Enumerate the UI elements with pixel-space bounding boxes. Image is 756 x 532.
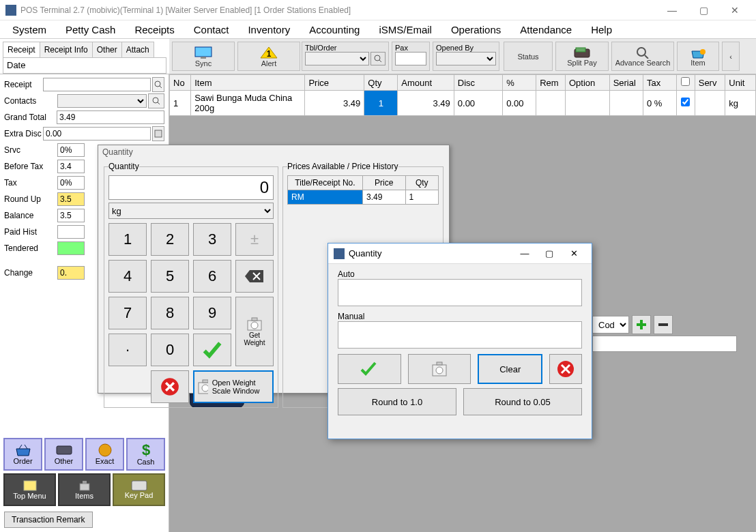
minus-button[interactable] — [654, 315, 673, 334]
usb-icon — [77, 479, 92, 492]
key-plusminus[interactable]: ± — [235, 223, 274, 256]
menu-system[interactable]: System — [3, 22, 56, 38]
tab-receipt[interactable]: Receipt — [3, 42, 40, 57]
split-pay-button[interactable]: Split Pay — [555, 42, 609, 71]
opened-by-select[interactable] — [436, 52, 496, 65]
qty2-weigh-button[interactable] — [408, 354, 471, 384]
key-dot[interactable]: · — [108, 334, 147, 366]
tbl-order-search-button[interactable] — [370, 52, 386, 65]
items-button[interactable]: Items — [58, 473, 111, 506]
grid-check-all[interactable] — [681, 77, 690, 86]
contacts-search-button[interactable] — [148, 93, 164, 108]
price-row[interactable]: RM3.491 — [288, 190, 439, 205]
svg-line-14 — [158, 102, 160, 104]
top-menu-button[interactable]: Top Menu — [3, 473, 56, 506]
transaction-remark-button[interactable]: Transaction Remark — [4, 512, 93, 528]
svg-point-24 — [251, 322, 258, 329]
qty2-minimize[interactable]: — — [512, 248, 537, 258]
paid-hist-input[interactable] — [57, 225, 85, 239]
date-label: Date — [7, 60, 25, 70]
tbl-order-select[interactable] — [305, 52, 369, 65]
tab-attach[interactable]: Attach — [121, 42, 154, 57]
keyboard-icon — [131, 480, 147, 491]
plus-button[interactable] — [632, 315, 651, 334]
key-5[interactable]: 5 — [151, 260, 189, 293]
status-button[interactable]: Status — [504, 42, 553, 71]
close-button[interactable]: ✕ — [719, 0, 751, 20]
menu-receipts[interactable]: Receipts — [125, 22, 184, 38]
menu-help[interactable]: Help — [581, 22, 622, 38]
extra-disc-input[interactable] — [43, 127, 151, 141]
peek-input[interactable] — [592, 336, 737, 352]
manual-input[interactable] — [338, 321, 582, 349]
minimize-button[interactable]: — — [656, 0, 688, 20]
key-0[interactable]: 0 — [151, 334, 189, 366]
items-grid[interactable]: No Item Price Qty Amount Disc % Rem Opti… — [169, 74, 756, 116]
key-confirm[interactable] — [193, 334, 231, 366]
menu-petty-cash[interactable]: Petty Cash — [56, 22, 125, 38]
grand-total-input[interactable] — [57, 110, 164, 124]
key-3[interactable]: 3 — [193, 223, 231, 256]
contacts-select[interactable] — [57, 94, 147, 108]
cod-select[interactable]: Cod — [592, 316, 629, 334]
qty2-confirm-button[interactable] — [338, 354, 401, 384]
other-button[interactable]: Other — [44, 438, 83, 471]
key-6[interactable]: 6 — [193, 260, 231, 293]
exact-button[interactable]: Exact — [85, 438, 124, 471]
tab-receipt-info[interactable]: Receipt Info — [40, 42, 93, 57]
qty2-close[interactable]: ✕ — [562, 248, 586, 258]
grid-qty-cell[interactable]: 1 — [364, 91, 398, 116]
backspace-icon — [244, 269, 265, 284]
price-table[interactable]: Title/Receipt No.PriceQty RM3.491 — [287, 175, 439, 205]
tab-other[interactable]: Other — [92, 42, 122, 57]
advance-search-button[interactable]: Advance Search — [611, 42, 674, 71]
svg-rect-20 — [80, 484, 89, 490]
menu-isms-email[interactable]: iSMS/Email — [369, 22, 441, 38]
alert-button[interactable]: 1 Alert — [237, 42, 300, 71]
change-input[interactable] — [57, 266, 85, 280]
key-1[interactable]: 1 — [108, 223, 147, 256]
menu-operations[interactable]: Operations — [441, 22, 510, 38]
menu-accounting[interactable]: Accounting — [300, 22, 369, 38]
tendered-input[interactable] — [57, 241, 85, 255]
sync-button[interactable]: Sync — [172, 42, 235, 71]
round-005-button[interactable]: Round to 0.05 — [463, 388, 582, 415]
keypad-button[interactable]: Key Pad — [113, 473, 165, 506]
receipt-search-button[interactable] — [152, 77, 164, 92]
cash-button[interactable]: $Cash — [126, 438, 165, 471]
calc-button[interactable] — [152, 126, 164, 141]
qty-display[interactable] — [108, 175, 274, 200]
receipt-input[interactable] — [43, 78, 151, 91]
key-7[interactable]: 7 — [108, 297, 147, 329]
tax-input[interactable] — [57, 176, 85, 190]
grid-row[interactable]: 1 Sawi Bunga Muda China 200g 3.49 1 3.49… — [170, 91, 756, 116]
qty2-maximize[interactable]: ▢ — [537, 248, 562, 258]
key-backspace[interactable] — [235, 260, 274, 293]
srvc-input[interactable] — [57, 143, 85, 157]
key-4[interactable]: 4 — [108, 260, 147, 293]
change-label: Change — [4, 268, 57, 278]
order-button[interactable]: Order — [3, 438, 42, 471]
maximize-button[interactable]: ▢ — [688, 0, 719, 20]
key-cancel[interactable] — [151, 370, 189, 403]
before-tax-input[interactable] — [57, 160, 85, 173]
round-up-input[interactable] — [57, 192, 85, 206]
item-button[interactable]: Item — [677, 42, 719, 71]
menu-contact[interactable]: Contact — [184, 22, 239, 38]
qty-unit-select[interactable]: kg — [108, 203, 274, 219]
get-weight-button[interactable]: Get Weight — [235, 297, 274, 366]
key-2[interactable]: 2 — [151, 223, 189, 256]
menu-attendance[interactable]: Attendance — [510, 22, 581, 38]
qty2-cancel-button[interactable] — [549, 354, 582, 384]
key-9[interactable]: 9 — [193, 297, 231, 329]
svg-point-4 — [375, 55, 380, 61]
round-1-button[interactable]: Round to 1.0 — [338, 388, 456, 415]
menu-inventory[interactable]: Inventory — [238, 22, 300, 38]
qty2-clear-button[interactable]: Clear — [478, 354, 542, 384]
grid-row-check[interactable] — [681, 98, 690, 106]
balance-input[interactable] — [57, 209, 85, 222]
pax-input[interactable] — [395, 52, 426, 65]
collapse-button[interactable]: ‹ — [722, 42, 740, 71]
open-weight-scale-button[interactable]: Open Weight Scale Window — [193, 370, 274, 403]
key-8[interactable]: 8 — [151, 297, 189, 329]
